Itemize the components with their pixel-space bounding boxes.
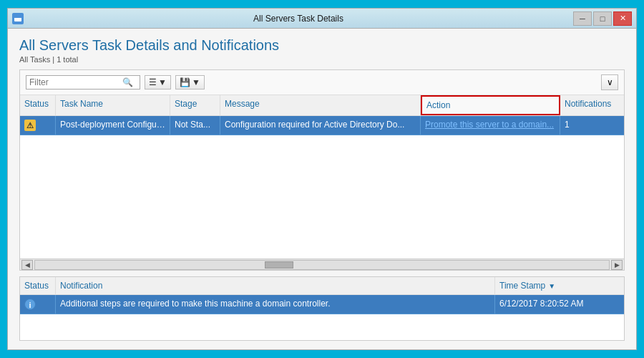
bottom-row-timestamp: 6/12/2017 8:20:52 AM xyxy=(495,295,624,314)
page-header: All Servers Task Details and Notificatio… xyxy=(19,37,625,64)
window-controls: ─ □ ✕ xyxy=(573,11,632,26)
minimize-button[interactable]: ─ xyxy=(573,11,592,26)
top-panel: 🔍 ☰ ▼ 💾 ▼ ∨ Status xyxy=(19,69,625,271)
svg-rect-1 xyxy=(14,16,21,18)
row-status: ⚠ xyxy=(20,116,56,135)
page-title: All Servers Task Details and Notificatio… xyxy=(19,37,625,54)
table-row[interactable]: ⚠ Post-deployment Configuration Not Sta.… xyxy=(20,116,624,135)
bottom-col-status[interactable]: Status xyxy=(20,277,56,294)
scroll-right-arrow[interactable]: ▶ xyxy=(611,260,623,270)
list-icon: ☰ xyxy=(149,77,157,87)
col-notifications[interactable]: Notifications xyxy=(560,95,618,115)
bottom-table-header: Status Notification Time Stamp ▼ xyxy=(20,277,624,295)
top-table-header: Status Task Name Stage Message Action No… xyxy=(20,95,624,116)
close-button[interactable]: ✕ xyxy=(613,11,632,26)
scroll-left-arrow[interactable]: ◀ xyxy=(21,260,33,270)
bottom-table-row[interactable]: i Additional steps are required to make … xyxy=(20,295,624,314)
list-dropdown-icon: ▼ xyxy=(158,77,167,87)
save-button[interactable]: 💾 ▼ xyxy=(175,75,205,90)
window-title: All Servers Task Details xyxy=(24,14,573,24)
filter-box[interactable]: 🔍 xyxy=(26,75,140,90)
horizontal-scrollbar[interactable]: ◀ ▶ xyxy=(20,258,624,270)
page-subtitle: All Tasks | 1 total xyxy=(19,55,625,64)
col-action[interactable]: Action xyxy=(421,95,560,115)
chevron-down-icon: ∨ xyxy=(607,77,613,87)
filter-input[interactable] xyxy=(29,77,122,87)
bottom-col-notification[interactable]: Notification xyxy=(56,277,495,294)
bottom-panel: Status Notification Time Stamp ▼ i Addit… xyxy=(19,276,625,341)
col-task-name[interactable]: Task Name xyxy=(56,95,170,115)
collapse-button[interactable]: ∨ xyxy=(601,74,618,90)
scroll-thumb[interactable] xyxy=(265,261,293,268)
bottom-row-status: i xyxy=(20,295,56,314)
warning-icon: ⚠ xyxy=(24,120,36,131)
bottom-table-body: i Additional steps are required to make … xyxy=(20,295,624,314)
row-task-name: Post-deployment Configuration xyxy=(56,116,170,135)
scroll-track[interactable] xyxy=(34,260,610,270)
row-notifications: 1 xyxy=(560,116,618,135)
search-icon: 🔍 xyxy=(122,77,133,87)
row-message: Configuration required for Active Direct… xyxy=(220,116,421,135)
action-link[interactable]: Promote this server to a domain... xyxy=(425,120,554,130)
row-stage: Not Sta... xyxy=(170,116,220,135)
list-view-button[interactable]: ☰ ▼ xyxy=(145,75,171,90)
col-stage[interactable]: Stage xyxy=(170,95,220,115)
top-table-body: ⚠ Post-deployment Configuration Not Sta.… xyxy=(20,116,624,258)
bottom-col-timestamp[interactable]: Time Stamp ▼ xyxy=(495,277,624,294)
bottom-row-notification: Additional steps are required to make th… xyxy=(56,295,495,314)
title-bar-left xyxy=(12,13,24,24)
save-dropdown-icon: ▼ xyxy=(192,77,200,87)
row-action[interactable]: Promote this server to a domain... xyxy=(421,116,560,135)
toolbar: 🔍 ☰ ▼ 💾 ▼ ∨ xyxy=(20,70,624,95)
panels-container: 🔍 ☰ ▼ 💾 ▼ ∨ Status xyxy=(19,69,625,341)
col-message[interactable]: Message xyxy=(220,95,421,115)
main-window: All Servers Task Details ─ □ ✕ All Serve… xyxy=(7,8,637,350)
maximize-button[interactable]: □ xyxy=(593,11,612,26)
title-bar: All Servers Task Details ─ □ ✕ xyxy=(8,9,636,29)
col-status[interactable]: Status xyxy=(20,95,56,115)
timestamp-label: Time Stamp xyxy=(499,281,545,291)
save-icon: 💾 xyxy=(180,77,190,87)
info-icon: i xyxy=(24,299,36,310)
sort-desc-icon: ▼ xyxy=(548,282,555,290)
content-area: All Servers Task Details and Notificatio… xyxy=(8,29,636,349)
app-icon xyxy=(12,13,24,24)
